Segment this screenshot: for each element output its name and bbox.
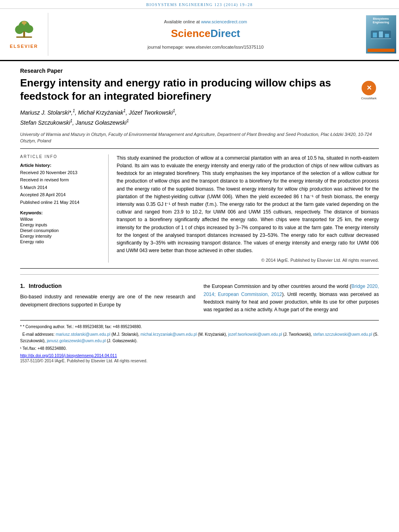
journal-citation: BIOSYSTEMS ENGINEERING 123 (2014) 19–28: [146, 2, 253, 7]
received-revised-date: 5 March 2014: [20, 184, 102, 191]
intro-left: 1. Introduction Bio-based industry and r…: [20, 283, 195, 314]
email-krzyzaniak[interactable]: michal.krzyzaniak@uwm.edu.pl: [140, 332, 197, 337]
article-info-left: ARTICLE INFO Article history: Received 2…: [20, 154, 109, 263]
section-title: 1. Introduction: [20, 283, 195, 289]
cover-bar: [368, 49, 395, 52]
sciencedirect-logo: ScienceDirect: [171, 27, 240, 40]
journal-homepage-line: journal homepage: www.elsevier.com/locat…: [148, 45, 264, 49]
email-szczukowski[interactable]: stefan.szczukowski@uwm.edu.pl: [313, 332, 372, 337]
section-number: 1.: [20, 283, 25, 289]
email-golaszewski[interactable]: janusz.golaszewski@uwm.edu.pl: [47, 339, 106, 343]
keyword-3: Diesel consumption: [20, 228, 102, 233]
cover-title: Biosystems Engineering: [373, 17, 389, 24]
svg-rect-8: [373, 33, 377, 37]
elsevier-tree-icon: [10, 20, 38, 42]
keywords-title: Keywords:: [20, 210, 102, 215]
footnote-sup1: ¹ Tel./fax: +48 895234880.: [20, 345, 379, 352]
svg-text:✕: ✕: [366, 84, 372, 91]
intro-right: the European Commission and by other cou…: [204, 283, 379, 314]
footnote-section: * * Corresponding author. Tel.: +48 8952…: [20, 320, 379, 363]
header-section: ELSEVIER Available online at www.science…: [0, 9, 399, 61]
authors-line: Mariusz J. Stolarski*,1, Michał Krzyżani…: [0, 103, 399, 129]
available-online-text: Available online at www.sciencedirect.co…: [164, 19, 247, 24]
svg-rect-9: [379, 31, 383, 37]
received-revised-label: Received in revised form: [20, 177, 102, 183]
svg-rect-6: [23, 23, 25, 25]
svg-rect-10: [385, 34, 389, 37]
affiliation-text: University of Warmia and Mazury in Olszt…: [0, 129, 399, 148]
received-date: Received 20 November 2013: [20, 169, 102, 176]
journal-cover-image: Biosystems Engineering: [366, 15, 396, 53]
footnote-email: E-mail addresses: mariusz.stolarski@uwm.…: [20, 331, 379, 344]
abstract-copyright: © 2014 IAgrE. Published by Elsevier Ltd.…: [117, 258, 379, 263]
article-title: Energy intensity and energy ratio in pro…: [20, 76, 359, 103]
email-stolarski[interactable]: mariusz.stolarski@uwm.edu.pl: [56, 332, 110, 337]
doi-link: http://dx.doi.org/10.1016/j.biosystemsen…: [20, 353, 379, 358]
elsevier-logo: ELSEVIER: [0, 13, 48, 56]
accepted-date: Accepted 28 April 2014: [20, 191, 102, 198]
elsevier-brand-text: ELSEVIER: [10, 44, 38, 49]
keyword-2: Energy inputs: [20, 222, 102, 227]
article-info-title: ARTICLE INFO: [20, 154, 102, 159]
direct-text: Direct: [210, 27, 240, 39]
abstract-section: This study examined the production of wi…: [109, 154, 379, 263]
doi-anchor[interactable]: http://dx.doi.org/10.1016/j.biosystemsen…: [20, 353, 117, 358]
svg-point-2: [24, 25, 33, 33]
keyword-1: Willow: [20, 217, 102, 222]
article-info-section: ARTICLE INFO Article history: Received 2…: [20, 148, 379, 269]
main-content: 1. Introduction Bio-based industry and r…: [20, 274, 379, 314]
keyword-5: Energy ratio: [20, 239, 102, 244]
issn-text: 1537-5110/© 2014 IAgrE. Published by Els…: [20, 359, 379, 363]
crossmark-area: ✕ CrossMark: [359, 76, 379, 100]
footnote-star: * * Corresponding author. Tel.: +48 8952…: [20, 324, 379, 330]
intro-right-text: the European Commission and by other cou…: [204, 283, 379, 314]
crossmark-icon: ✕: [361, 80, 376, 96]
svg-rect-4: [16, 37, 32, 38]
abstract-text: This study examined the production of wi…: [117, 154, 379, 255]
science-direct-url[interactable]: www.sciencedirect.com: [201, 19, 247, 24]
header-center: Available online at www.sciencedirect.co…: [48, 13, 363, 56]
journal-header-bar: BIOSYSTEMS ENGINEERING 123 (2014) 19–28: [0, 0, 399, 9]
title-row: Energy intensity and energy ratio in pro…: [0, 76, 399, 103]
section-heading: Introduction: [29, 283, 62, 289]
published-date: Published online 21 May 2014: [20, 199, 102, 206]
cover-illustration: [369, 27, 393, 41]
svg-point-1: [15, 25, 24, 34]
journal-cover: Biosystems Engineering: [363, 13, 399, 56]
science-text: Science: [171, 27, 210, 39]
introduction-section: 1. Introduction Bio-based industry and r…: [20, 283, 379, 314]
article-type-label: Research Paper: [0, 61, 399, 76]
ref-bridge2020[interactable]: Bridge 2020, 2014; European Commission, …: [204, 283, 379, 297]
crossmark-label: CrossMark: [361, 97, 377, 100]
keyword-4: Energy intensity: [20, 234, 102, 238]
title-text-block: Energy intensity and energy ratio in pro…: [20, 76, 359, 103]
intro-left-text: Bio-based industry and renewable energy …: [20, 293, 195, 308]
article-history-title: Article history:: [20, 163, 102, 168]
email-tworkowski[interactable]: jozef.tworkow​ski@uwm.edu.pl: [228, 332, 282, 337]
